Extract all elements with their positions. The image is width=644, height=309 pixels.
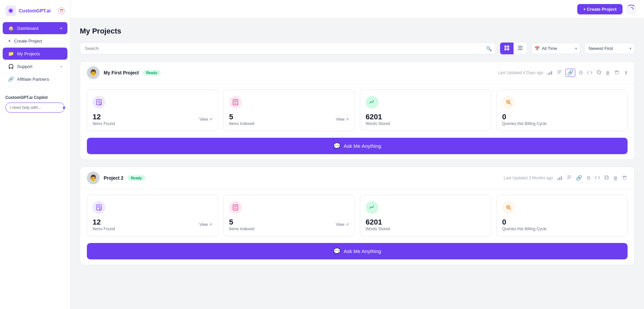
project-1-stats-grid: 12 Items Found View ↗ (80, 84, 634, 136)
svg-rect-25 (233, 100, 238, 105)
sidebar: CustomGPT.ai ⏰ 🏠 Dashboard ▾ + Create Pr… (0, 0, 70, 309)
copilot-title: CustomGPT.ai Copilot (5, 95, 65, 100)
arrow-up-icon: ↑ (625, 70, 628, 76)
my-projects-icon: 📁 (8, 51, 14, 56)
project-2-items-found-footer: 12 Items Found View ↗ (93, 218, 212, 231)
clock-icon[interactable]: ⏰ (58, 7, 65, 14)
search-wrap: 🔍 (80, 43, 496, 54)
svg-rect-17 (598, 71, 601, 74)
project-2-actions: 🔗 ⚙ 🗑 (556, 174, 628, 182)
logo-icon (5, 5, 16, 16)
project-1-settings-icon[interactable]: ⚙ (578, 69, 584, 76)
project-1-queries-footer: 0 Queries this Billing Cycle (502, 113, 622, 126)
project-2-trash-icon[interactable]: 🗑 (612, 175, 619, 182)
project-1-stat-items-indexed: 5 Items Indexed View ↗ (223, 89, 355, 131)
grid-view-button[interactable] (500, 43, 514, 54)
logo-text: CustomGPT.ai (19, 8, 51, 13)
svg-rect-39 (623, 176, 627, 177)
svg-rect-10 (518, 49, 523, 50)
svg-rect-38 (605, 176, 608, 179)
sort-filter-wrap: Newest First Oldest First Alphabetical ▾ (584, 43, 635, 54)
sidebar-item-support-label: Support (17, 64, 33, 69)
sidebar-item-my-projects[interactable]: 📁 My Projects (3, 48, 67, 60)
sort-filter-select[interactable]: Newest First Oldest First Alphabetical (584, 43, 635, 54)
list-icon (518, 45, 523, 51)
copilot-section: CustomGPT.ai Copilot ➤ (0, 91, 70, 117)
p2-items-found-icon-wrap (93, 201, 105, 214)
project-2-words-stored-footer: 6201 Words Stored (366, 218, 485, 231)
project-2-items-found-value: 12 (93, 218, 115, 227)
project-1-meta: Last Updated 4 Days ago 🔗 ⚙ (498, 69, 628, 77)
project-2-status: Ready (127, 175, 145, 181)
project-1-copy-icon[interactable] (596, 69, 602, 76)
project-2-words-stored-label: Words Stored (366, 227, 390, 231)
svg-rect-16 (557, 73, 560, 74)
project-2-settings-icon[interactable]: ⚙ (586, 174, 591, 182)
project-1-items-found-value: 12 (93, 113, 115, 121)
project-2-items-indexed-view[interactable]: View ↗ (336, 222, 349, 227)
sidebar-item-affiliate-partners[interactable]: 🔗 Affiliate Partners (3, 73, 67, 85)
project-1-delete-icon[interactable] (614, 69, 620, 76)
words-stored-icon-wrap (366, 96, 378, 109)
project-2-copy-icon[interactable] (603, 174, 610, 182)
sidebar-item-support[interactable]: 🎧 Support ▾ (3, 60, 67, 72)
project-2-queries-label: Queries this Billing Cycle (502, 227, 547, 231)
project-2-pages-icon[interactable] (566, 174, 573, 182)
sidebar-item-dashboard[interactable]: 🏠 Dashboard ▾ (3, 22, 67, 34)
svg-rect-15 (557, 72, 561, 72)
svg-rect-36 (567, 178, 570, 179)
project-1-items-indexed-view[interactable]: View ↗ (336, 117, 349, 122)
svg-rect-22 (98, 101, 100, 101)
svg-rect-33 (561, 176, 562, 180)
sidebar-item-create-project[interactable]: + Create Project (3, 35, 67, 47)
grid-icon (504, 45, 509, 51)
items-found-icon-wrap (93, 96, 105, 109)
search-input[interactable] (80, 43, 496, 54)
project-2-stats-icon[interactable] (556, 174, 563, 182)
svg-rect-8 (518, 46, 523, 47)
project-2-stat-items-indexed: 5 Items Indexed View ↗ (223, 195, 355, 236)
svg-rect-23 (98, 102, 100, 102)
project-1-link-icon[interactable]: 🔗 (566, 69, 575, 77)
project-2-embed-icon[interactable] (594, 174, 601, 182)
copilot-input[interactable] (10, 105, 60, 110)
project-2-items-found-view[interactable]: View ↗ (199, 222, 212, 227)
svg-rect-43 (98, 207, 100, 207)
p2-words-stored-icon-wrap (366, 201, 378, 214)
list-view-button[interactable] (514, 43, 527, 54)
queries-icon (505, 99, 512, 106)
project-1-stats-icon[interactable] (547, 69, 553, 77)
project-card-1: 👨 My First Project Ready Last Updated 4 … (80, 61, 635, 160)
p2-items-found-icon (96, 204, 102, 211)
project-1-words-stored-footer: 6201 Words Stored (366, 113, 485, 126)
project-2-avatar: 👨 (87, 172, 100, 184)
project-1-items-found-view[interactable]: View ↗ (199, 117, 212, 122)
svg-rect-31 (557, 178, 558, 180)
loading-indicator (627, 5, 636, 14)
project-1-ask-bar[interactable]: 💬 Ask Me Anything (87, 138, 628, 154)
project-2-delete-icon[interactable] (622, 175, 628, 182)
svg-rect-6 (504, 48, 506, 50)
p2-items-indexed-icon-wrap (229, 201, 242, 214)
project-1-embed-icon[interactable] (586, 69, 593, 77)
support-icon: 🎧 (8, 64, 14, 69)
project-1-actions: 🔗 ⚙ 🗑 (547, 69, 620, 77)
words-stored-icon (369, 99, 375, 106)
project-2-stat-words-stored: 6201 Words Stored (360, 195, 491, 236)
project-2-queries-value: 0 (502, 218, 547, 227)
copilot-send-icon[interactable]: ➤ (62, 105, 66, 110)
project-1-name: My First Project (104, 70, 139, 75)
affiliate-icon: 🔗 (8, 76, 14, 82)
project-2-ask-bar[interactable]: 💬 Ask Me Anything (87, 243, 628, 259)
project-1-trash-icon[interactable]: 🗑 (605, 69, 611, 76)
svg-rect-20 (615, 72, 618, 74)
svg-rect-34 (567, 176, 571, 176)
time-filter-select[interactable]: All Time Last 7 Days Last 30 Days Last 3… (531, 43, 580, 54)
project-2-last-updated: Last Updated 3 Months ago (504, 176, 553, 180)
svg-rect-35 (567, 177, 571, 178)
project-1-words-stored-label: Words Stored (366, 121, 390, 126)
project-1-pages-icon[interactable] (556, 69, 563, 77)
svg-rect-5 (507, 46, 509, 48)
create-project-button[interactable]: + Create Project (577, 4, 623, 14)
project-2-link-icon[interactable]: 🔗 (575, 174, 583, 182)
